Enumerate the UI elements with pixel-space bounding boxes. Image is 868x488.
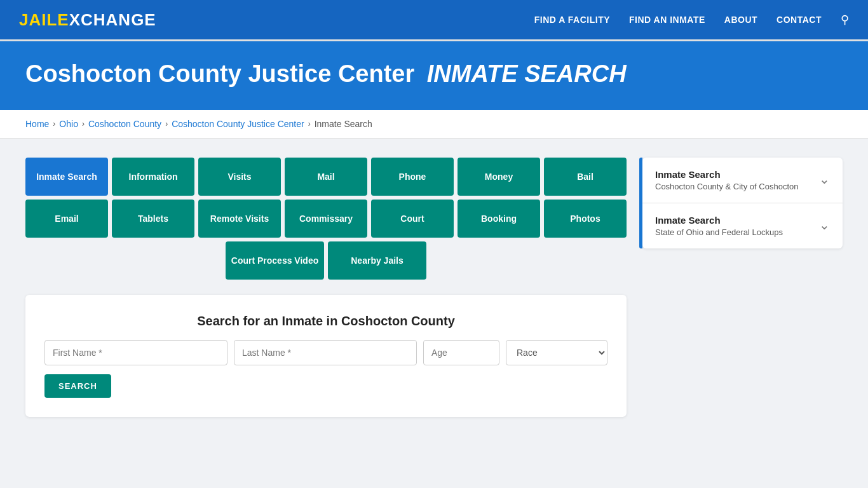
nav-find-facility[interactable]: FIND A FACILITY: [534, 15, 610, 25]
first-name-input[interactable]: [44, 340, 227, 365]
tab-booking[interactable]: Booking: [458, 200, 540, 238]
chevron-down-icon: ⌄: [819, 172, 830, 187]
navbar: JAILEXCHANGE FIND A FACILITY FIND AN INM…: [0, 0, 868, 41]
tab-row-2: Email Tablets Remote Visits Commissary C…: [25, 200, 627, 238]
tab-nearby-jails[interactable]: Nearby Jails: [328, 241, 426, 280]
sidebar-item-state-left: Inmate Search State of Ohio and Federal …: [655, 215, 813, 237]
breadcrumb-ohio[interactable]: Ohio: [59, 119, 78, 129]
tab-information[interactable]: Information: [112, 158, 194, 196]
breadcrumb: Home › Ohio › Coshocton County › Coshoct…: [25, 119, 843, 129]
sidebar-item-county-title: Inmate Search: [655, 169, 813, 180]
sidebar-card: Inmate Search Coshocton County & City of…: [642, 158, 843, 248]
tab-visits[interactable]: Visits: [198, 158, 281, 196]
tab-bail[interactable]: Bail: [544, 158, 627, 196]
search-form: Search for an Inmate in Coshocton County…: [25, 295, 627, 417]
right-column: Inmate Search Coshocton County & City of…: [639, 158, 843, 417]
sidebar-item-county-left: Inmate Search Coshocton County & City of…: [655, 169, 813, 191]
breadcrumb-facility[interactable]: Coshocton County Justice Center: [172, 119, 304, 129]
hero-heading: Coshocton County Justice Center INMATE S…: [25, 60, 843, 88]
hero-subtitle: INMATE SEARCH: [427, 60, 627, 87]
logo-exchange: EXCHANGE: [57, 10, 156, 29]
tab-remote-visits[interactable]: Remote Visits: [198, 200, 281, 238]
tab-inmate-search[interactable]: Inmate Search: [25, 158, 108, 196]
breadcrumb-home[interactable]: Home: [25, 119, 49, 129]
last-name-input[interactable]: [234, 340, 417, 365]
tab-photos[interactable]: Photos: [544, 200, 627, 238]
tab-phone[interactable]: Phone: [371, 158, 454, 196]
nav-links: FIND A FACILITY FIND AN INMATE ABOUT CON…: [534, 13, 849, 27]
search-form-title: Search for an Inmate in Coshocton County: [44, 314, 607, 329]
sidebar-item-county[interactable]: Inmate Search Coshocton County & City of…: [642, 158, 843, 203]
age-input[interactable]: [423, 340, 499, 365]
tab-row-3: Court Process Video Nearby Jails: [25, 241, 627, 280]
search-button[interactable]: SEARCH: [44, 374, 111, 398]
hero-title: Coshocton County Justice Center: [25, 60, 414, 87]
sidebar-item-state-title: Inmate Search: [655, 215, 813, 226]
logo[interactable]: JAILEXCHANGE: [19, 10, 156, 30]
sidebar-item-state-sub: State of Ohio and Federal Lockups: [655, 227, 813, 237]
tab-email[interactable]: Email: [25, 200, 108, 238]
breadcrumb-sep-2: ›: [82, 119, 85, 128]
tab-commissary[interactable]: Commissary: [285, 200, 367, 238]
nav-about[interactable]: ABOUT: [724, 15, 757, 25]
search-icon[interactable]: ⚲: [841, 13, 849, 27]
sidebar-item-county-sub: Coshocton County & City of Coshocton: [655, 182, 813, 191]
tab-mail[interactable]: Mail: [285, 158, 367, 196]
breadcrumb-sep-4: ›: [308, 119, 311, 128]
nav-find-inmate[interactable]: FIND AN INMATE: [629, 15, 705, 25]
search-form-row-1: Race White Black Hispanic Asian Other: [44, 340, 607, 365]
breadcrumb-county[interactable]: Coshocton County: [88, 119, 161, 129]
breadcrumb-sep-3: ›: [165, 119, 168, 128]
chevron-down-icon-2: ⌄: [819, 217, 830, 233]
logo-jail: JAIL: [19, 10, 57, 29]
sidebar-accent-bar: [639, 158, 642, 248]
tab-tablets[interactable]: Tablets: [112, 200, 194, 238]
tab-court-process-video[interactable]: Court Process Video: [226, 241, 324, 280]
tab-money[interactable]: Money: [458, 158, 540, 196]
left-column: Inmate Search Information Visits Mail Ph…: [25, 158, 627, 417]
tab-row-1: Inmate Search Information Visits Mail Ph…: [25, 158, 627, 196]
breadcrumb-sep-1: ›: [53, 119, 55, 128]
nav-contact[interactable]: CONTACT: [776, 15, 822, 25]
main-content: Inmate Search Information Visits Mail Ph…: [0, 139, 868, 436]
sidebar-card-wrapper: Inmate Search Coshocton County & City of…: [639, 158, 843, 248]
race-select[interactable]: Race White Black Hispanic Asian Other: [506, 340, 607, 365]
breadcrumb-bar: Home › Ohio › Coshocton County › Coshoct…: [0, 110, 868, 139]
tab-court[interactable]: Court: [371, 200, 454, 238]
sidebar-item-state[interactable]: Inmate Search State of Ohio and Federal …: [642, 203, 843, 248]
breadcrumb-current: Inmate Search: [315, 119, 372, 129]
hero-section: Coshocton County Justice Center INMATE S…: [0, 41, 868, 110]
